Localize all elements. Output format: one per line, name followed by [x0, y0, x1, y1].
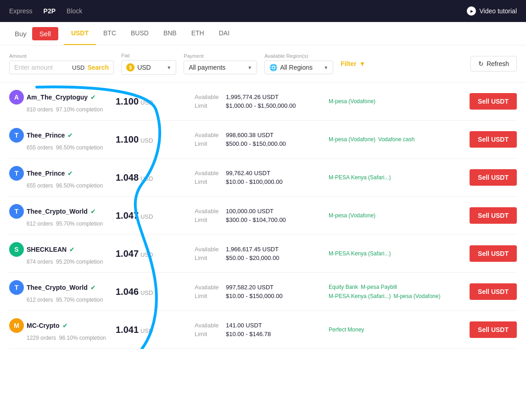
action-column: Sell USDT	[457, 245, 517, 262]
verified-icon: ✔	[90, 94, 96, 101]
payment-tag: Vodafone cash	[378, 136, 414, 143]
trader-name: Thee_Prince	[27, 170, 65, 177]
fiat-chevron-icon: ▼	[167, 65, 171, 70]
limit-row: Limit $10.00 - $146.78	[195, 331, 323, 337]
tab-bnb[interactable]: BNB	[156, 22, 184, 45]
search-button[interactable]: Search	[87, 64, 109, 71]
nav-block[interactable]: Block	[67, 7, 82, 15]
table-row: T Thee_Prince ✔ 655 orders 96.50% comple…	[9, 121, 517, 159]
filter-button[interactable]: Filter ▼	[341, 57, 365, 70]
action-column: Sell USDT	[457, 283, 517, 300]
trader-name-row: T Thee_Crypto_World ✔	[9, 204, 110, 219]
limit-row: Limit $500.00 - $150,000.00	[195, 140, 323, 147]
details-column: Available 1,995,774.26 USDT Limit $1,000…	[195, 94, 323, 109]
region-label: Available Region(s)	[264, 53, 333, 59]
payment-tag: M-pesa (Vodafone)	[329, 98, 375, 105]
filter-chevron-icon: ▼	[359, 60, 365, 67]
details-column: Available 141.00 USDT Limit $10.00 - $14…	[195, 322, 323, 337]
payment-select[interactable]: All payments ▼	[184, 61, 257, 74]
amount-label: Amount	[9, 53, 114, 59]
nav-express[interactable]: Express	[9, 7, 33, 15]
sell-usdt-button[interactable]: Sell USDT	[470, 93, 517, 110]
available-row: Available 998,600.38 USDT	[195, 132, 323, 138]
details-column: Available 998,600.38 USDT Limit $500.00 …	[195, 132, 323, 147]
region-select[interactable]: 🌐 All Regions ▼	[264, 61, 333, 74]
avatar: S	[9, 242, 24, 257]
details-column: Available 1,966,617.45 USDT Limit $50.00…	[195, 246, 323, 261]
verified-icon: ✔	[67, 132, 73, 139]
table-row: S SHECKLEAN ✔ 874 orders 95.20% completi…	[9, 235, 517, 273]
video-tutorial-link[interactable]: Video tutorial	[467, 6, 517, 16]
payment-tag: M-pesa (Vodafone)	[393, 293, 440, 299]
fiat-select[interactable]: $ USD ▼	[121, 60, 176, 75]
trader-name: Am_The_Cryptoguy	[27, 94, 88, 101]
trader-info: T Thee_Prince ✔ 655 orders 96.50% comple…	[9, 166, 110, 189]
verified-icon: ✔	[67, 170, 73, 177]
price-unit: USD	[140, 175, 153, 182]
tab-dai[interactable]: DAI	[212, 22, 237, 45]
sell-usdt-button[interactable]: Sell USDT	[470, 245, 517, 262]
tab-usdt[interactable]: USDT	[64, 22, 96, 45]
available-label: Available	[195, 246, 222, 253]
available-value: 998,600.38 USDT	[226, 132, 274, 138]
tab-btc[interactable]: BTC	[96, 22, 123, 45]
available-row: Available 99,762.40 USDT	[195, 170, 323, 177]
trader-stats: 655 orders 96.50% completion	[9, 144, 110, 151]
trader-stats: 612 orders 95.70% completion	[9, 297, 110, 303]
price-unit: USD	[140, 251, 153, 258]
amount-input[interactable]	[14, 64, 69, 71]
available-value: 100,000.00 USDT	[226, 208, 274, 215]
sell-usdt-button[interactable]: Sell USDT	[470, 169, 517, 186]
filter-row: Amount USD Search Fiat $ USD ▼ Payment A…	[0, 45, 526, 83]
price-value: 1.100	[116, 134, 139, 144]
sell-usdt-button[interactable]: Sell USDT	[470, 321, 517, 338]
price-unit: USD	[140, 137, 153, 144]
payment-tag: M-PESA Kenya (Safari...)	[329, 250, 391, 257]
region-value: All Regions	[280, 64, 321, 71]
action-column: Sell USDT	[457, 207, 517, 224]
available-label: Available	[195, 132, 222, 138]
avatar: T	[9, 166, 24, 181]
usd-icon: $	[126, 63, 134, 72]
available-row: Available 1,966,617.45 USDT	[195, 246, 323, 253]
sell-usdt-button[interactable]: Sell USDT	[470, 131, 517, 148]
sell-usdt-button[interactable]: Sell USDT	[470, 207, 517, 224]
amount-filter: Amount USD Search	[9, 53, 114, 74]
top-nav: Express P2P Block Video tutorial	[0, 0, 526, 22]
video-tutorial-label: Video tutorial	[480, 7, 517, 15]
sell-usdt-button[interactable]: Sell USDT	[470, 283, 517, 300]
payment-tag: M-PESA Kenya (Safari...)	[329, 174, 391, 181]
traders-table: A Am_The_Cryptoguy ✔ 810 orders 97.10% c…	[0, 83, 526, 349]
trader-info: T Thee_Crypto_World ✔ 612 orders 95.70% …	[9, 204, 110, 227]
payment-column: M-PESA Kenya (Safari...)	[329, 174, 452, 181]
limit-label: Limit	[195, 331, 222, 337]
price-column: 1.100 USD	[116, 96, 189, 107]
trader-name-row: M MC-Crypto ✔	[9, 318, 110, 333]
fiat-filter: Fiat $ USD ▼	[121, 53, 176, 75]
filter-label: Filter	[341, 60, 356, 67]
trader-name-row: T Thee_Prince ✔	[9, 166, 110, 181]
nav-p2p[interactable]: P2P	[44, 7, 56, 15]
details-column: Available 997,582.20 USDT Limit $10.00 -…	[195, 284, 323, 299]
limit-value: $1,000.00 - $1,500,000.00	[226, 102, 296, 109]
action-column: Sell USDT	[457, 321, 517, 338]
tab-busd[interactable]: BUSD	[123, 22, 156, 45]
price-value: 1.047	[116, 210, 139, 221]
table-row: T Thee_Crypto_World ✔ 612 orders 95.70% …	[9, 273, 517, 311]
price-column: 1.047 USD	[116, 210, 189, 221]
price-value: 1.046	[116, 287, 139, 297]
available-value: 99,762.40 USDT	[226, 170, 270, 177]
payment-tag: M-pesa (Vodafone)	[329, 136, 375, 143]
buy-button[interactable]: Buy	[9, 22, 32, 45]
price-value: 1.100	[116, 96, 139, 106]
limit-label: Limit	[195, 140, 222, 147]
payment-tag: M-PESA Kenya (Safari...)	[329, 293, 391, 299]
trader-info: T Thee_Prince ✔ 655 orders 96.50% comple…	[9, 128, 110, 151]
trader-info: T Thee_Crypto_World ✔ 612 orders 95.70% …	[9, 280, 110, 303]
refresh-button[interactable]: ↻ Refresh	[470, 56, 517, 72]
tab-eth[interactable]: ETH	[184, 22, 212, 45]
available-label: Available	[195, 170, 222, 177]
sell-button[interactable]: Sell	[32, 27, 58, 40]
action-column: Sell USDT	[457, 93, 517, 110]
payment-label: Payment	[184, 53, 257, 59]
